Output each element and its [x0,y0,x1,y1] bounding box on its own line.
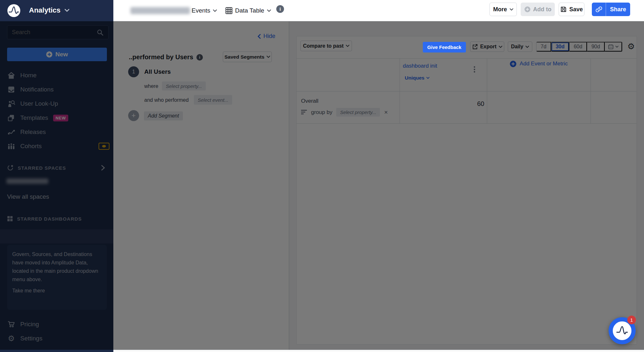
give-feedback-button[interactable]: Give Feedback [423,42,466,52]
notification-count-badge: 1 [627,316,636,324]
add-to-label: Add to [533,6,552,13]
table-grid-icon [225,7,232,14]
product-switcher[interactable]: Analytics [29,6,61,14]
share-button[interactable]: Share [606,6,630,13]
app-screen: Analytics Events Data Table i More Add t… [0,0,644,352]
save-label: Save [569,6,583,13]
plus-circle-icon [524,6,531,13]
horizontal-scrollbar[interactable] [113,350,644,352]
save-button[interactable]: Save [559,3,584,16]
events-label: Events [192,7,210,14]
dim-overlay [0,21,644,350]
save-floppy-icon [560,6,567,13]
more-label: More [493,6,507,13]
amplitude-logo-icon [615,324,629,338]
link-icon [595,6,602,13]
data-table-label: Data Table [235,7,264,14]
info-icon[interactable]: i [276,5,284,13]
add-to-button[interactable]: Add to [521,3,555,16]
product-bar: Analytics [0,0,113,21]
share-button-group: Share [592,3,630,16]
chevron-down-icon [64,9,70,12]
view-type-dropdown[interactable]: Data Table [225,0,271,21]
more-button[interactable]: More [489,3,517,16]
chart-type-dropdown[interactable]: Events [192,0,217,21]
amplitude-logo-icon [7,4,20,17]
chevron-down-icon [267,9,271,12]
copy-link-button[interactable] [592,3,606,16]
chevron-down-icon [213,9,217,12]
chevron-down-icon [510,8,513,11]
blurred-dashboard-title [130,7,190,14]
top-bar: Events Data Table i More Add to Save Sha… [113,0,644,21]
